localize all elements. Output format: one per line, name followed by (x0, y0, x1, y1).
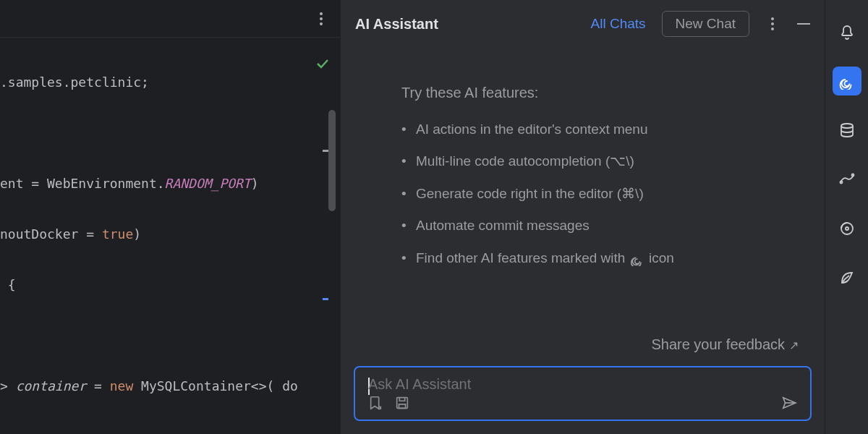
ai-feature-text: icon (649, 250, 674, 265)
ai-feature-item: Automate commit messages (401, 215, 799, 237)
database-icon[interactable] (833, 116, 861, 145)
minimap-mark (323, 150, 328, 152)
ai-feature-item: Multi-line code autocompletion (⌥\) (401, 150, 799, 172)
right-tool-rail (825, 0, 868, 434)
share-feedback-link[interactable]: Share your feedback↗ (341, 336, 825, 366)
bookmark-icon[interactable] (368, 395, 384, 411)
ai-assistant-pane: AI Assistant All Chats New Chat Try thes… (340, 0, 825, 434)
code-line: .samples.petclinic; (0, 72, 149, 92)
new-chat-button[interactable]: New Chat (662, 11, 749, 37)
ai-assistant-icon[interactable] (833, 67, 861, 95)
editor-body[interactable]: .samples.petclinic; ent = WebEnvironment… (0, 38, 340, 434)
spiral-icon (629, 251, 645, 267)
ai-input-toolbar (368, 395, 797, 411)
ai-feature-item: Generate code right in the editor (⌘\) (401, 183, 799, 205)
ai-feature-text: Find other AI features marked with (416, 250, 629, 265)
save-icon[interactable] (394, 395, 410, 411)
ai-features-heading: Try these AI features: (401, 81, 799, 104)
svg-point-1 (841, 124, 853, 128)
send-icon[interactable] (781, 395, 797, 411)
code-line: { (0, 275, 16, 294)
all-chats-link[interactable]: All Chats (591, 16, 646, 32)
editor-more-icon[interactable] (312, 10, 330, 27)
minimize-icon[interactable] (797, 23, 810, 25)
ai-input-box[interactable] (354, 366, 812, 421)
notifications-icon[interactable] (833, 17, 861, 46)
ai-feature-item: Find other AI features marked with icon (401, 247, 799, 269)
code-line: ent = WebEnvironment.RANDOM_PORT) (0, 174, 259, 193)
ai-feature-item: AI actions in the editor's context menu (401, 119, 799, 140)
ai-title: AI Assistant (355, 16, 579, 33)
ai-input-area (341, 366, 825, 434)
leaf-icon[interactable] (833, 263, 861, 292)
editor-scrollbar[interactable] (328, 110, 336, 211)
ai-prompt-input[interactable] (368, 376, 797, 393)
ai-features-list: AI actions in the editor's context menu … (401, 119, 799, 269)
ai-welcome-content: Try these AI features: AI actions in the… (341, 48, 825, 336)
editor-tab-bar (0, 0, 340, 38)
external-link-icon: ↗ (789, 339, 799, 352)
code-line: noutDocker = true) (0, 224, 141, 244)
code-line: > container = new MySQLContainer<>( do (0, 376, 298, 396)
ai-more-icon[interactable] (765, 17, 780, 30)
editor-pane: .samples.petclinic; ent = WebEnvironment… (0, 0, 340, 434)
route-icon[interactable] (833, 165, 861, 194)
target-icon[interactable] (833, 214, 861, 243)
minimap-mark (323, 298, 328, 300)
ai-header: AI Assistant All Chats New Chat (341, 0, 825, 48)
svg-point-5 (846, 227, 848, 230)
